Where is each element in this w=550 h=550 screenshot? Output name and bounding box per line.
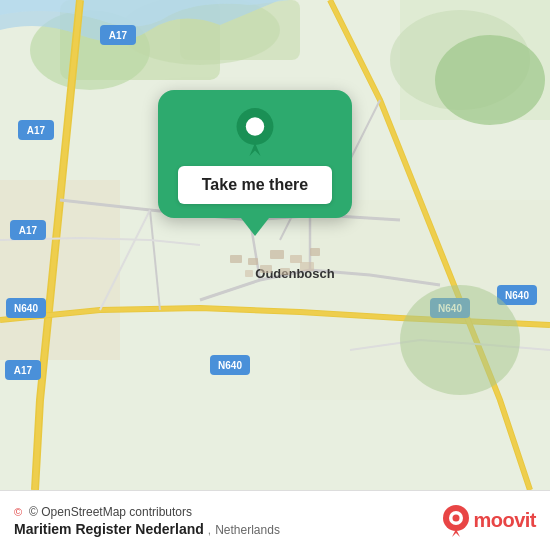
country-name: Netherlands xyxy=(215,523,280,537)
svg-point-41 xyxy=(453,514,460,521)
footer-bar: © © OpenStreetMap contributors Maritiem … xyxy=(0,490,550,550)
svg-text:A17: A17 xyxy=(27,125,46,136)
svg-point-36 xyxy=(400,285,520,395)
popup-bubble: Take me there xyxy=(158,90,352,218)
moovit-logo: moovit xyxy=(442,505,536,537)
svg-rect-30 xyxy=(290,255,302,263)
place-name: Maritiem Register Nederland xyxy=(14,521,204,537)
osm-icon: © xyxy=(14,506,22,518)
moovit-label: moovit xyxy=(473,509,536,532)
svg-text:A17: A17 xyxy=(14,365,33,376)
svg-rect-29 xyxy=(270,250,284,259)
svg-text:N640: N640 xyxy=(14,303,38,314)
svg-rect-35 xyxy=(300,262,314,271)
osm-credit: © © OpenStreetMap contributors xyxy=(14,505,280,519)
svg-rect-34 xyxy=(280,268,290,275)
svg-rect-32 xyxy=(245,270,253,277)
map-popup: Take me there xyxy=(155,90,355,236)
osm-credit-text: © OpenStreetMap contributors xyxy=(29,505,192,519)
svg-text:N640: N640 xyxy=(218,360,242,371)
popup-tail xyxy=(241,218,269,236)
svg-rect-31 xyxy=(310,248,320,256)
svg-rect-27 xyxy=(230,255,242,263)
svg-point-38 xyxy=(246,117,264,135)
svg-text:A17: A17 xyxy=(109,30,128,41)
svg-text:N640: N640 xyxy=(505,290,529,301)
map-container: A17 A17 A17 A17 N640 N640 N640 N640 Oude… xyxy=(0,0,550,490)
moovit-pin-icon xyxy=(442,505,470,537)
svg-point-7 xyxy=(435,35,545,125)
svg-rect-28 xyxy=(248,258,258,265)
location-pin-icon xyxy=(231,108,279,156)
svg-rect-33 xyxy=(260,265,272,273)
take-me-there-button[interactable]: Take me there xyxy=(178,166,332,204)
svg-text:A17: A17 xyxy=(19,225,38,236)
